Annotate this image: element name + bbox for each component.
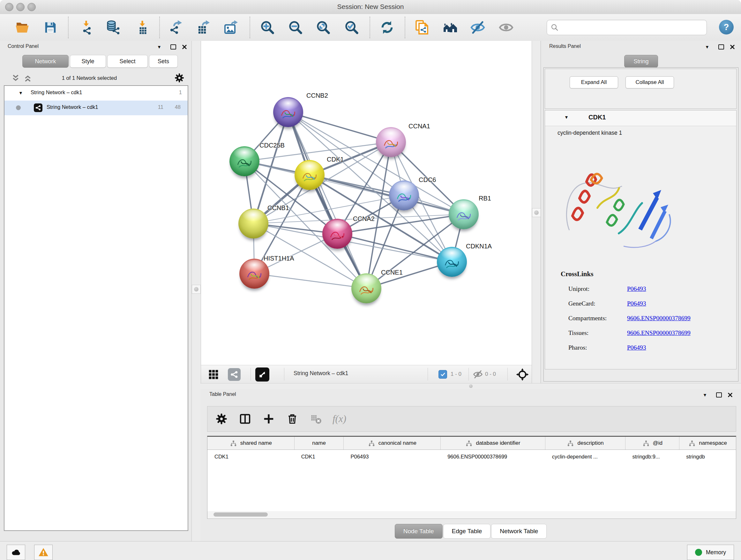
- collapse-all-button[interactable]: Collapse All: [625, 76, 674, 88]
- uniprot-link[interactable]: P06493: [627, 286, 646, 293]
- horizontal-scrollbar-thumb[interactable]: [213, 512, 268, 516]
- selected-checkbox-icon[interactable]: [439, 370, 447, 379]
- tab-node-table[interactable]: Node Table: [395, 524, 443, 539]
- show-all-button[interactable]: [498, 18, 515, 37]
- tab-string[interactable]: String: [624, 55, 658, 68]
- right-splitter[interactable]: [532, 41, 541, 383]
- network-node-CCNA1[interactable]: [376, 127, 406, 157]
- pharos-link[interactable]: P06493: [627, 344, 646, 351]
- control-panel-collapse-icon[interactable]: ▼: [154, 44, 164, 51]
- column-header-description[interactable]: description: [545, 437, 625, 449]
- crosslink-label: Tissues:: [568, 329, 589, 336]
- network-collection-row[interactable]: ▼ String Network – cdk1 1: [4, 86, 188, 101]
- function-builder-icon[interactable]: f(x): [333, 413, 346, 425]
- network-node-CDC25B[interactable]: [229, 146, 259, 176]
- left-splitter-handle[interactable]: [192, 285, 201, 294]
- network-node-CDK1[interactable]: [294, 160, 325, 190]
- tab-network[interactable]: Network: [22, 55, 69, 68]
- add-column-icon[interactable]: [262, 412, 276, 426]
- results-panel-float-icon[interactable]: [717, 44, 726, 51]
- gene-card-expander-icon[interactable]: ▼: [564, 115, 569, 120]
- node-label-CCNA1: CCNA1: [408, 123, 430, 130]
- hidden-eye-slash-icon[interactable]: [473, 369, 483, 379]
- right-splitter-handle[interactable]: [532, 208, 541, 217]
- import-network-from-file-button[interactable]: [78, 18, 94, 37]
- results-panel-title: Results Panel: [549, 44, 581, 49]
- export-image-button[interactable]: [223, 18, 239, 37]
- horizontal-splitter[interactable]: [200, 383, 741, 389]
- network-node-CCNB2[interactable]: [273, 97, 303, 127]
- cell-name: CDK1: [294, 450, 344, 463]
- delete-table-icon[interactable]: [309, 412, 323, 426]
- table-panel-float-icon[interactable]: [714, 391, 724, 398]
- network-node-HIST1H1A[interactable]: [239, 259, 269, 289]
- results-panel-collapse-icon[interactable]: ▼: [702, 44, 712, 51]
- network-node-CDKN1A[interactable]: [437, 247, 467, 277]
- help-button[interactable]: ?: [719, 20, 734, 35]
- column-header-canonical-name[interactable]: canonical name: [343, 437, 441, 449]
- tissues-link[interactable]: 9606.ENSP00000378699: [627, 329, 690, 336]
- fit-content-button[interactable]: [315, 18, 332, 37]
- network-row-selected[interactable]: String Network – cdk1 11 48: [4, 101, 188, 115]
- table-panel-collapse-icon[interactable]: ▼: [700, 391, 710, 398]
- edge-CCNB2-CCNE1[interactable]: [288, 112, 366, 288]
- tab-network-table[interactable]: Network Table: [491, 524, 547, 539]
- control-panel-close-icon[interactable]: [180, 44, 189, 51]
- toolbar-separator: [250, 17, 250, 38]
- save-session-button[interactable]: [42, 18, 59, 37]
- compartments-link[interactable]: 9606.ENSP00000378699: [627, 315, 690, 322]
- import-table-from-file-button[interactable]: [134, 18, 151, 37]
- zoom-in-button[interactable]: [259, 18, 276, 37]
- network-node-CDC6[interactable]: [389, 180, 419, 210]
- edge-CCNB2-CCNA1[interactable]: [288, 112, 391, 142]
- new-network-from-selection-button[interactable]: [414, 18, 430, 37]
- refresh-view-button[interactable]: [379, 18, 395, 37]
- control-panel-float-icon[interactable]: [169, 44, 178, 51]
- memory-button[interactable]: Memory: [687, 545, 734, 560]
- tab-select[interactable]: Select: [107, 55, 148, 68]
- expand-all-button[interactable]: Expand All: [569, 76, 618, 88]
- show-columns-icon[interactable]: [238, 412, 252, 426]
- tab-style[interactable]: Style: [70, 55, 106, 68]
- export-table-button[interactable]: [195, 18, 212, 37]
- delete-column-trash-icon[interactable]: [285, 412, 299, 426]
- network-node-CCNE1[interactable]: [351, 273, 381, 303]
- search-input[interactable]: [562, 21, 703, 34]
- table-options-gear-icon[interactable]: [214, 412, 228, 426]
- zoom-out-button[interactable]: [287, 18, 304, 37]
- export-network-button[interactable]: [167, 18, 184, 37]
- left-splitter[interactable]: [192, 41, 201, 541]
- column-header-database-identifier[interactable]: database identifier: [441, 437, 545, 449]
- gene-card-header[interactable]: ▼ CDK1: [545, 111, 736, 126]
- horizontal-scrollbar[interactable]: [207, 511, 736, 518]
- crosshair-locate-icon[interactable]: [516, 368, 529, 381]
- edge-HIST1H1A-CCNE1[interactable]: [254, 273, 366, 288]
- horizontal-splitter-handle[interactable]: [469, 384, 473, 388]
- tab-edge-table[interactable]: Edge Table: [443, 524, 491, 539]
- genecard-link[interactable]: P06493: [627, 300, 646, 307]
- tab-sets[interactable]: Sets: [149, 55, 178, 68]
- table-panel-close-icon[interactable]: [725, 391, 735, 398]
- open-session-button[interactable]: [14, 18, 30, 37]
- network-canvas[interactable]: CCNB2CCNA1CDC25BCDK1CDC6RB1CCNB1CCNA2CDK…: [200, 41, 532, 365]
- network-node-CCNA2[interactable]: [322, 219, 352, 249]
- column-header-name[interactable]: name: [294, 437, 344, 449]
- table-row[interactable]: CDK1 CDK1 P06493 9606.ENSP00000378699 cy…: [207, 450, 736, 463]
- network-options-gear-icon[interactable]: [174, 73, 185, 83]
- network-share-icon[interactable]: [228, 368, 241, 381]
- import-network-from-database-button[interactable]: [105, 18, 121, 37]
- column-header-shared-name[interactable]: shared name: [207, 437, 294, 449]
- birds-eye-view-button[interactable]: [255, 368, 269, 381]
- column-header-id[interactable]: @id: [625, 437, 679, 449]
- column-header-namespace[interactable]: namespace: [679, 437, 736, 449]
- string-home-button[interactable]: [442, 18, 459, 37]
- network-node-CCNB1[interactable]: [239, 208, 268, 239]
- warnings-button[interactable]: [34, 545, 53, 560]
- results-panel-close-icon[interactable]: [728, 44, 737, 51]
- hide-selected-button[interactable]: [469, 18, 486, 37]
- network-node-RB1[interactable]: [449, 199, 479, 229]
- cloud-status-button[interactable]: [7, 545, 25, 560]
- zoom-selected-button[interactable]: [343, 18, 360, 37]
- grid-view-icon[interactable]: [207, 368, 219, 381]
- tree-expander-icon[interactable]: ▼: [18, 90, 23, 96]
